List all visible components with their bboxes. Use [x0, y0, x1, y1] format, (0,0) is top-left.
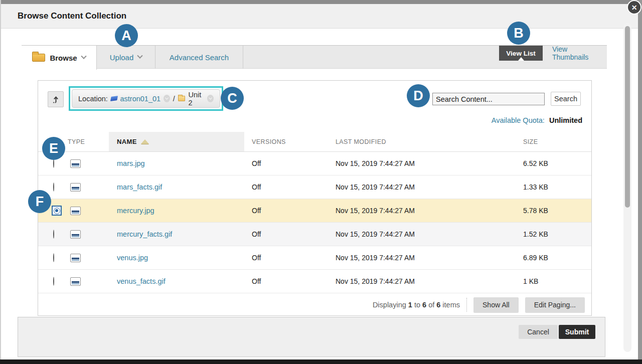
displaying-status: Displaying 1 to 6 of 6 items [373, 301, 460, 309]
annotation-badge-c: C [221, 87, 244, 110]
submit-button[interactable]: Submit [559, 325, 595, 339]
row-versions-cell: Off [252, 277, 336, 285]
row-size-cell: 5.78 KB [523, 207, 591, 215]
annotation-badge-a: A [115, 24, 138, 47]
radio-button[interactable] [53, 159, 54, 168]
radio-button[interactable] [53, 253, 54, 262]
row-size-cell: 1 KB [523, 277, 591, 285]
view-thumbnails-label: View Thumbnails [552, 45, 603, 61]
table-header-row: TYPE NAME VERSIONS LAST MODIFIED SIZE [38, 132, 591, 152]
annotation-badge-f: F [28, 190, 51, 213]
radio-button[interactable] [53, 230, 54, 239]
row-radio-cell [50, 183, 67, 191]
column-header-last-modified: LAST MODIFIED [336, 132, 523, 151]
annotation-badge-b: B [507, 22, 530, 45]
chevron-down-icon [81, 54, 86, 59]
row-modified-cell: Nov 15, 2019 7:44:27 AM [336, 207, 523, 215]
edit-paging-button[interactable]: Edit Paging... [525, 297, 585, 313]
paging-bar: Displaying 1 to 6 of 6 items Show All Ed… [38, 293, 591, 316]
view-list-button[interactable]: View List [499, 46, 543, 61]
row-type-cell [67, 207, 117, 215]
close-icon: ✕ [631, 4, 637, 12]
quota-value: Unlimited [549, 116, 582, 124]
row-modified-cell: Nov 15, 2019 7:44:27 AM [336, 159, 523, 167]
chevron-down-icon [209, 96, 212, 100]
window-frame-left [0, 0, 1, 364]
file-link[interactable]: venus.jpg [117, 254, 148, 262]
annotation-badge-d: D [407, 84, 430, 107]
column-header-name-label: NAME [117, 138, 137, 145]
row-modified-cell: Nov 15, 2019 7:44:27 AM [336, 254, 523, 262]
table-row: mars_facts.gif Off Nov 15, 2019 7:44:27 … [38, 175, 591, 199]
row-radio-cell [50, 159, 67, 167]
course-context-menu-button[interactable] [164, 95, 170, 102]
sort-ascending-icon [141, 139, 149, 144]
up-one-folder-button[interactable] [48, 91, 64, 107]
annotation-badge-e: E [42, 137, 65, 160]
search-button[interactable]: Search [551, 92, 581, 106]
column-header-name[interactable]: NAME [109, 132, 244, 151]
show-all-button[interactable]: Show All [473, 297, 519, 313]
row-name-cell: mercury.jpg [117, 207, 252, 215]
header-gap [244, 132, 252, 151]
column-header-size: SIZE [523, 132, 591, 151]
image-file-icon [70, 277, 81, 286]
row-radio-cell [50, 206, 67, 216]
row-size-cell: 1.33 KB [523, 183, 591, 191]
window-frame-bottom [0, 359, 642, 364]
location-label: Location: [78, 95, 108, 103]
radio-button[interactable] [53, 183, 54, 192]
row-type-cell [67, 159, 117, 168]
file-link[interactable]: venus_facts.gif [117, 277, 166, 285]
row-versions-cell: Off [252, 183, 336, 191]
tab-browse-label: Browse [50, 54, 77, 62]
row-radio-cell [50, 254, 67, 262]
tab-upload[interactable]: Upload [97, 46, 155, 69]
search-input[interactable] [432, 93, 545, 105]
table-row: venus.jpg Off Nov 15, 2019 7:44:27 AM 6.… [38, 246, 591, 270]
folder-context-menu-button[interactable] [207, 95, 214, 102]
table-row-selected: mercury.jpg Off Nov 15, 2019 7:44:27 AM … [38, 199, 591, 223]
row-modified-cell: Nov 15, 2019 7:44:27 AM [336, 183, 523, 191]
row-name-cell: mars.jpg [117, 159, 252, 167]
row-radio-cell [50, 277, 67, 285]
cancel-button[interactable]: Cancel [519, 325, 558, 339]
dialog-title-bar: Browse Content Collection [1, 4, 638, 29]
breadcrumb-course-link[interactable]: astron01_01 [120, 95, 161, 103]
column-header-type: TYPE [68, 132, 109, 151]
tab-browse[interactable]: Browse [22, 46, 97, 70]
dialog-footer: Cancel Submit [18, 317, 605, 357]
page-title: Browse Content Collection [18, 11, 126, 21]
scrollbar-thumb[interactable] [625, 26, 630, 208]
row-versions-cell: Off [252, 159, 336, 167]
table-row: mercury_facts.gif Off Nov 15, 2019 7:44:… [38, 223, 591, 246]
row-size-cell: 6.89 KB [523, 254, 591, 262]
row-type-cell [67, 277, 117, 286]
file-link[interactable]: mars_facts.gif [117, 183, 162, 191]
folder-up-icon [52, 95, 60, 104]
window-frame-right [638, 0, 642, 364]
row-modified-cell: Nov 15, 2019 7:44:27 AM [336, 230, 523, 238]
view-thumbnails-button[interactable]: View Thumbnails [548, 46, 607, 61]
row-size-cell: 1.52 KB [523, 230, 591, 238]
radio-button[interactable] [53, 277, 54, 286]
tab-strip: Browse Upload Advanced Search View List … [22, 45, 607, 69]
file-link[interactable]: mercury.jpg [117, 207, 154, 215]
tab-advanced-search[interactable]: Advanced Search [155, 46, 243, 69]
radio-button-selected[interactable] [52, 206, 62, 216]
file-link[interactable]: mercury_facts.gif [117, 230, 172, 238]
row-versions-cell: Off [252, 254, 336, 262]
row-name-cell: venus_facts.gif [117, 277, 252, 285]
close-button[interactable]: ✕ [627, 0, 641, 15]
column-header-versions: VERSIONS [252, 132, 336, 151]
location-breadcrumb: Location: astron01_01 / Unit 2 [72, 89, 220, 108]
course-icon [110, 96, 118, 101]
breadcrumb-separator: / [173, 95, 175, 103]
chevron-down-icon [165, 96, 169, 100]
file-list: mars.jpg Off Nov 15, 2019 7:44:27 AM 6.5… [38, 152, 591, 293]
row-type-cell [67, 254, 117, 262]
image-file-icon [70, 183, 81, 192]
file-link[interactable]: mars.jpg [117, 159, 145, 167]
paging-divider [466, 298, 467, 312]
row-modified-cell: Nov 15, 2019 7:44:27 AM [336, 277, 523, 285]
